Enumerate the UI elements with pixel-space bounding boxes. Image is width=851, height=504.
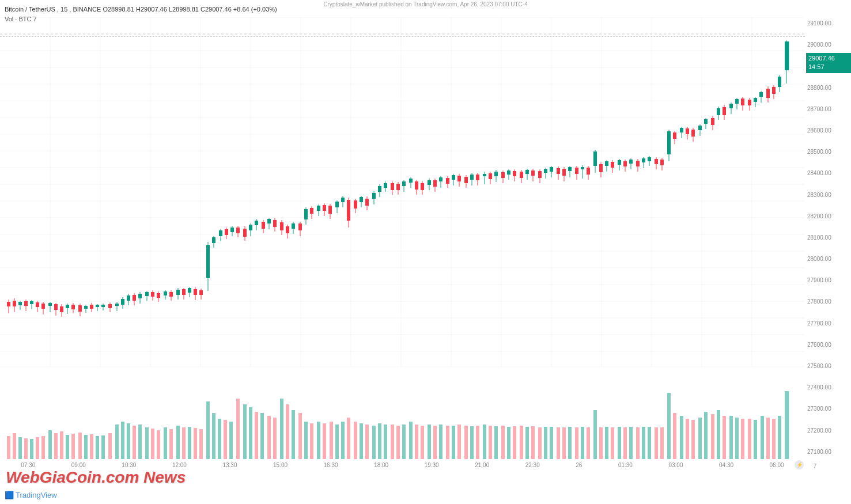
interval-value: 15 <box>60 6 67 13</box>
svg-rect-247 <box>642 158 645 162</box>
svg-rect-296 <box>13 433 16 459</box>
svg-rect-351 <box>347 418 350 459</box>
vol-num: 7 <box>33 16 37 22</box>
svg-rect-216 <box>550 167 553 172</box>
svg-rect-393 <box>605 427 608 459</box>
current-price-value: 29007.46 <box>808 54 849 63</box>
svg-rect-352 <box>354 422 357 459</box>
svg-rect-397 <box>629 427 633 459</box>
svg-rect-377 <box>507 427 510 459</box>
svg-rect-293 <box>785 41 789 70</box>
svg-rect-148 <box>341 198 345 202</box>
svg-rect-136 <box>304 209 308 219</box>
time-tick-0: 07:30 <box>21 462 35 468</box>
svg-rect-336 <box>255 412 258 459</box>
svg-rect-421 <box>778 416 781 459</box>
svg-rect-66 <box>90 305 93 309</box>
price-tick-9: 28200.00 <box>805 213 851 219</box>
svg-rect-190 <box>470 175 474 180</box>
svg-rect-90 <box>164 291 167 295</box>
symbol-label: Bitcoin / TetherUS <box>5 6 55 13</box>
svg-rect-370 <box>464 426 468 459</box>
svg-rect-298 <box>24 438 28 459</box>
svg-rect-416 <box>748 419 751 459</box>
time-tick-5: 15:00 <box>273 462 288 468</box>
svg-rect-200 <box>501 172 505 178</box>
svg-rect-212 <box>538 171 542 178</box>
price-tick-10: 28100.00 <box>805 234 851 241</box>
svg-rect-399 <box>642 427 645 459</box>
svg-rect-409 <box>704 412 708 459</box>
svg-rect-186 <box>457 176 461 181</box>
change-pct: +0.03% <box>253 6 275 13</box>
svg-rect-310 <box>96 436 99 459</box>
svg-rect-265 <box>698 126 702 130</box>
svg-rect-263 <box>691 130 695 137</box>
svg-rect-405 <box>680 416 683 459</box>
svg-rect-128 <box>280 222 283 230</box>
svg-rect-341 <box>286 404 289 459</box>
vol-label: Vol · BTC <box>5 16 31 22</box>
svg-rect-383 <box>544 427 547 459</box>
svg-rect-363 <box>421 426 424 459</box>
svg-rect-40 <box>13 301 16 306</box>
svg-rect-261 <box>686 128 689 134</box>
dashed-reference-line <box>0 36 805 37</box>
candlestick-chart[interactable] <box>0 17 805 367</box>
svg-rect-62 <box>78 305 82 312</box>
svg-rect-184 <box>452 175 455 180</box>
svg-rect-340 <box>280 399 283 459</box>
svg-rect-413 <box>729 416 733 459</box>
svg-rect-391 <box>593 410 597 459</box>
svg-rect-277 <box>735 99 739 104</box>
svg-rect-64 <box>84 306 88 309</box>
exchange-value: BINANCE <box>73 6 101 13</box>
svg-rect-275 <box>729 104 733 108</box>
svg-rect-348 <box>330 422 333 459</box>
svg-rect-168 <box>402 181 406 186</box>
candle-count-label: 7 <box>813 463 816 469</box>
price-tick-4: 28700.00 <box>805 106 851 112</box>
svg-rect-182 <box>446 178 449 184</box>
svg-rect-118 <box>249 225 252 230</box>
svg-rect-82 <box>138 294 142 298</box>
tv-label: TradingView <box>16 491 57 499</box>
svg-rect-172 <box>415 181 418 190</box>
svg-rect-156 <box>365 199 369 206</box>
svg-rect-415 <box>741 419 744 459</box>
svg-rect-194 <box>483 174 486 176</box>
time-tick-7: 18:00 <box>374 462 388 468</box>
svg-rect-356 <box>378 423 381 459</box>
svg-rect-58 <box>66 305 69 308</box>
svg-rect-100 <box>194 289 197 295</box>
svg-rect-235 <box>605 161 608 166</box>
svg-rect-382 <box>538 427 542 459</box>
svg-rect-146 <box>335 202 339 207</box>
svg-rect-422 <box>785 391 789 459</box>
svg-rect-376 <box>501 426 505 459</box>
volume-chart <box>0 390 805 459</box>
current-price-time: 14:57 <box>808 63 849 71</box>
tv-icon: 🟦 <box>5 491 14 499</box>
svg-rect-192 <box>476 175 479 180</box>
svg-rect-126 <box>273 220 277 227</box>
svg-rect-309 <box>90 434 93 459</box>
svg-rect-104 <box>206 245 210 278</box>
svg-rect-237 <box>611 162 614 168</box>
high-label: H <box>136 6 141 13</box>
svg-rect-414 <box>735 418 739 459</box>
price-tick-12: 27900.00 <box>805 277 851 283</box>
time-tick-3: 12:00 <box>172 462 187 468</box>
header-info: Bitcoin / TetherUS , 15 , BINANCE O28998… <box>5 5 277 24</box>
svg-rect-259 <box>680 128 683 132</box>
svg-rect-174 <box>421 183 424 190</box>
svg-rect-208 <box>525 170 529 174</box>
price-tick-8: 28300.00 <box>805 192 851 198</box>
svg-rect-321 <box>164 427 167 459</box>
lightning-icon[interactable]: ⚡ <box>795 460 804 469</box>
svg-rect-202 <box>507 170 510 175</box>
svg-rect-166 <box>396 184 400 190</box>
svg-rect-362 <box>415 425 418 459</box>
svg-rect-316 <box>133 426 136 459</box>
svg-rect-342 <box>292 410 295 459</box>
